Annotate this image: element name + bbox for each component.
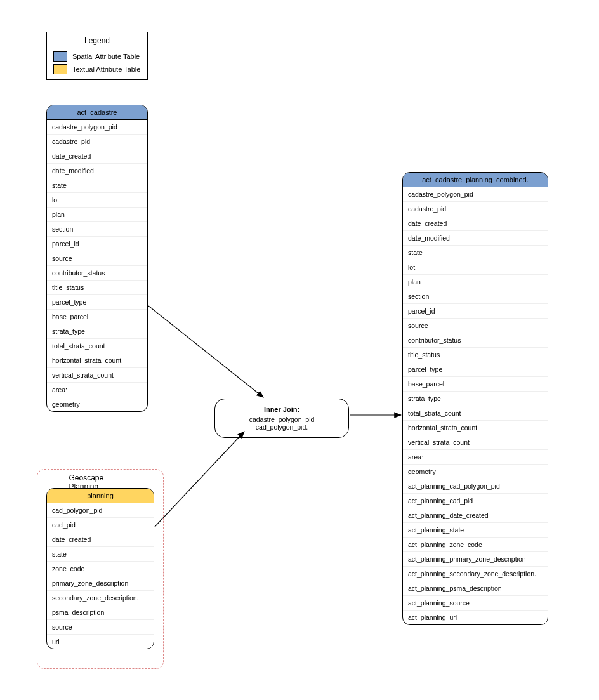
table-row: section	[47, 221, 147, 236]
legend-item-spatial: Spatial Attribute Table	[47, 50, 147, 63]
table-row: source	[47, 251, 147, 265]
legend-swatch-spatial	[53, 51, 67, 62]
legend-box: Legend Spatial Attribute Table Textual A…	[46, 32, 148, 80]
table-header-planning: planning	[47, 489, 154, 503]
table-act-cadastre: act_cadastre cadastre_polygon_pidcadastr…	[46, 105, 148, 412]
table-row: date_modified	[47, 163, 147, 178]
table-row: act_planning_primary_zone_description	[403, 551, 548, 566]
table-row: lot	[47, 192, 147, 207]
table-row: cadastre_polygon_pid	[47, 120, 147, 134]
table-row: plan	[47, 207, 147, 221]
table-row: source	[47, 619, 154, 634]
table-row: source	[403, 318, 548, 333]
table-row: date_created	[47, 149, 147, 163]
table-row: section	[403, 289, 548, 303]
table-row: act_planning_source	[403, 595, 548, 610]
table-row: vertical_strata_count	[47, 367, 147, 382]
table-row: zone_code	[47, 561, 154, 576]
table-row: act_planning_date_created	[403, 508, 548, 522]
table-row: date_created	[403, 216, 548, 230]
table-row: state	[403, 245, 548, 260]
table-row: strata_type	[403, 391, 548, 406]
table-row: state	[47, 178, 147, 192]
table-row: cadastre_polygon_pid	[403, 187, 548, 201]
table-row: contributor_status	[403, 333, 548, 347]
join-title: Inner Join:	[224, 406, 339, 413]
table-row: act_planning_state	[403, 522, 548, 537]
table-header-combined: act_cadastre_planning_combined.	[403, 173, 548, 187]
table-row: horizontal_strata_count	[403, 420, 548, 435]
table-row: strata_type	[47, 324, 147, 338]
svg-line-1	[148, 306, 263, 397]
svg-line-2	[155, 432, 244, 527]
table-planning: planning cad_polygon_pidcad_piddate_crea…	[46, 488, 154, 649]
legend-title: Legend	[47, 32, 147, 50]
table-row: date_created	[47, 532, 154, 546]
table-row: cad_pid	[47, 517, 154, 532]
table-row: plan	[403, 274, 548, 289]
table-row: area:	[403, 449, 548, 464]
table-row: contributor_status	[47, 265, 147, 280]
legend-label-spatial: Spatial Attribute Table	[72, 53, 140, 60]
table-row: cad_polygon_pid	[47, 503, 154, 517]
table-row: parcel_type	[47, 294, 147, 309]
table-row: psma_description	[47, 605, 154, 619]
table-row: secondary_zone_description.	[47, 590, 154, 605]
table-row: act_planning_cad_pid	[403, 493, 548, 508]
table-row: act_planning_psma_description	[403, 581, 548, 595]
table-row: vertical_strata_count	[403, 435, 548, 449]
legend-swatch-textual	[53, 64, 67, 74]
join-node: Inner Join: cadastre_polygon_pid cad_pol…	[214, 399, 349, 438]
table-row: parcel_id	[403, 303, 548, 318]
table-combined: act_cadastre_planning_combined. cadastre…	[402, 172, 548, 625]
table-row: parcel_type	[403, 362, 548, 376]
table-row: act_planning_url	[403, 610, 548, 624]
table-row: title_status	[403, 347, 548, 362]
table-row: act_planning_secondary_zone_description.	[403, 566, 548, 581]
table-row: base_parcel	[47, 309, 147, 324]
table-header-act-cadastre: act_cadastre	[47, 105, 147, 120]
table-row: primary_zone_description	[47, 576, 154, 590]
table-row: total_strata_count	[47, 338, 147, 353]
table-row: total_strata_count	[403, 406, 548, 420]
table-row: act_planning_cad_polygon_pid	[403, 479, 548, 493]
table-row: lot	[403, 260, 548, 274]
table-body-combined: cadastre_polygon_pidcadastre_piddate_cre…	[403, 187, 548, 624]
table-row: geometry	[47, 397, 147, 411]
table-body-act-cadastre: cadastre_polygon_pidcadastre_piddate_cre…	[47, 120, 147, 411]
table-row: url	[47, 634, 154, 649]
join-condition: cadastre_polygon_pid cad_polygon_pid.	[224, 416, 339, 431]
legend-item-textual: Textual Attribute Table	[47, 63, 147, 79]
table-row: area:	[47, 382, 147, 397]
table-row: date_modified	[403, 230, 548, 245]
legend-label-textual: Textual Attribute Table	[72, 65, 140, 73]
table-row: parcel_id	[47, 236, 147, 251]
table-row: geometry	[403, 464, 548, 479]
table-row: state	[47, 546, 154, 561]
table-row: cadastre_pid	[47, 134, 147, 149]
table-row: base_parcel	[403, 376, 548, 391]
table-body-planning: cad_polygon_pidcad_piddate_createdstatez…	[47, 503, 154, 649]
table-row: horizontal_strata_count	[47, 353, 147, 367]
table-row: title_status	[47, 280, 147, 294]
table-row: act_planning_zone_code	[403, 537, 548, 551]
table-row: cadastre_pid	[403, 201, 548, 216]
